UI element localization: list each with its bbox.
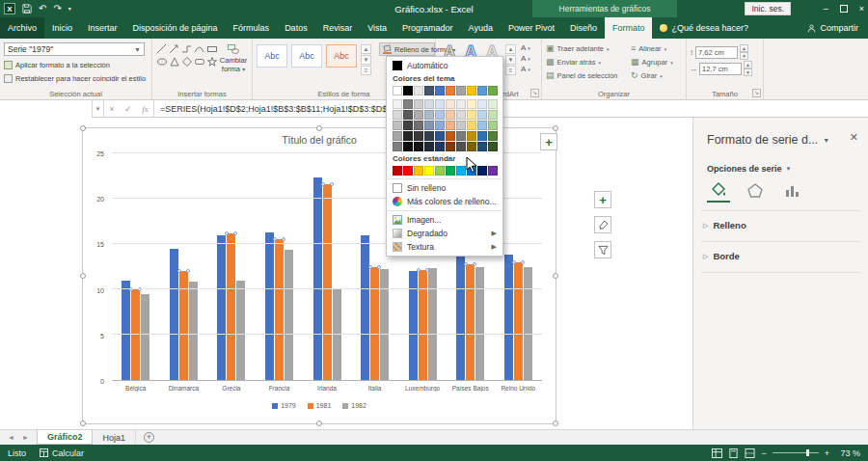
zoom-out-icon[interactable]: − (761, 448, 766, 458)
sheet-tab-grafico2[interactable]: Gráfico2 (37, 430, 94, 445)
relleno-section-header[interactable]: ▷ Relleno (703, 220, 746, 230)
name-box[interactable] (0, 100, 93, 118)
height-stepper[interactable]: ▲▼ (740, 44, 748, 60)
theme-color-swatch[interactable] (456, 99, 466, 109)
theme-color-swatch[interactable] (477, 131, 487, 141)
sign-in-button[interactable]: Inic. ses. (745, 2, 791, 15)
theme-color-swatch[interactable] (393, 110, 402, 120)
theme-color-swatch[interactable] (467, 131, 476, 141)
gallery-down-icon[interactable]: ▼ (505, 55, 516, 65)
theme-color-swatch[interactable] (393, 121, 402, 130)
standard-color-swatch[interactable] (403, 166, 413, 176)
tab-formulas[interactable]: Fórmulas (226, 17, 278, 39)
tab-vista[interactable]: Vista (360, 17, 394, 39)
bar-1982[interactable] (524, 267, 532, 381)
theme-color-swatch[interactable] (467, 121, 476, 130)
theme-color-swatch[interactable] (446, 110, 455, 120)
sheet-tab-hoja1[interactable]: Hoja1 (93, 430, 136, 445)
bar-1981[interactable] (323, 184, 332, 380)
theme-color-swatch[interactable] (488, 110, 498, 120)
shape-style-3[interactable]: Abc (326, 44, 357, 68)
triangle-shape-icon[interactable] (169, 56, 179, 67)
tab-archivo[interactable]: Archivo (0, 17, 44, 39)
text-fill-button[interactable]: A▾ (521, 43, 530, 52)
gallery-down-icon[interactable]: ▼ (361, 55, 371, 65)
tab-diseno[interactable]: Diseño (562, 17, 605, 39)
theme-color-swatch[interactable] (403, 110, 413, 120)
bar-1979[interactable] (313, 177, 322, 380)
theme-color-swatch[interactable] (424, 110, 434, 120)
menu-item-mas-colores[interactable]: Más colores de relleno... (387, 195, 502, 208)
bar-1981[interactable] (370, 267, 379, 380)
diamond-shape-icon[interactable] (181, 56, 192, 67)
theme-color-swatch[interactable] (467, 86, 476, 95)
standard-color-swatch[interactable] (477, 166, 487, 176)
series-options-dropdown[interactable]: Opciones de serie ▼ (707, 164, 792, 174)
sheet-nav-right-icon[interactable]: ► (22, 434, 29, 441)
bar-1981[interactable] (514, 262, 523, 380)
theme-color-swatch[interactable] (477, 110, 487, 120)
oval-shape-icon[interactable] (156, 56, 167, 67)
chart-styles-button[interactable] (594, 216, 611, 233)
rounded-rect-shape-icon[interactable] (194, 56, 204, 67)
theme-color-swatch[interactable] (446, 99, 455, 109)
close-icon[interactable]: × (859, 5, 864, 14)
theme-color-swatch[interactable] (456, 121, 466, 130)
theme-color-swatch[interactable] (435, 142, 445, 151)
elbow-connector-icon[interactable] (181, 43, 192, 54)
cambiar-forma-button[interactable]: Cambiar forma ▾ (216, 44, 251, 73)
bar-1982[interactable] (475, 267, 484, 381)
bar-1981[interactable] (131, 289, 140, 380)
chart-elements-button-2[interactable]: + (594, 191, 611, 208)
theme-color-swatch[interactable] (435, 121, 445, 130)
zoom-slider[interactable] (773, 452, 819, 453)
theme-color-swatch[interactable] (477, 142, 487, 151)
tab-datos[interactable]: Datos (277, 17, 315, 39)
height-input[interactable]: 7,62 cm (695, 46, 738, 59)
chart-legend[interactable]: 197919811982 (83, 402, 556, 409)
theme-color-swatch[interactable] (446, 142, 455, 151)
bar-1981[interactable] (227, 233, 235, 380)
theme-color-swatch[interactable] (488, 131, 498, 141)
bar-1982[interactable] (189, 282, 198, 380)
enter-icon[interactable]: ✓ (124, 104, 132, 114)
bar-1979[interactable] (170, 249, 178, 380)
tab-inicio[interactable]: Inicio (44, 17, 80, 39)
theme-color-swatch[interactable] (393, 86, 402, 95)
menu-item-textura[interactable]: Textura ▶ (387, 240, 502, 254)
zoom-in-icon[interactable]: + (825, 448, 829, 458)
page-break-view-icon[interactable] (745, 448, 755, 458)
theme-color-swatch[interactable] (403, 86, 413, 95)
chart-selection-handle[interactable] (316, 420, 322, 426)
bar-1982[interactable] (236, 281, 245, 380)
theme-color-swatch[interactable] (424, 131, 434, 141)
bar-1979[interactable] (504, 255, 513, 380)
theme-color-swatch[interactable] (414, 142, 423, 151)
add-sheet-icon[interactable]: + (144, 432, 154, 443)
theme-color-swatch[interactable] (414, 121, 423, 130)
tab-programador[interactable]: Programador (394, 17, 461, 39)
bar-1981[interactable] (275, 239, 284, 380)
theme-color-swatch[interactable] (424, 121, 434, 130)
theme-color-swatch[interactable] (424, 86, 434, 95)
legend-item[interactable]: 1981 (308, 402, 332, 409)
bar-1979[interactable] (456, 252, 465, 380)
bar-1982[interactable] (428, 268, 437, 380)
panel-de-seleccion-button[interactable]: ▤Panel de selección (546, 71, 617, 80)
theme-color-swatch[interactable] (488, 121, 498, 130)
bar-1981[interactable] (466, 264, 475, 380)
traer-adelante-button[interactable]: ▣Traer adelante▾ (546, 44, 610, 53)
standard-color-swatch[interactable] (456, 166, 466, 176)
menu-item-imagen[interactable]: Imagen... (387, 213, 502, 227)
chart-selection-handle[interactable] (553, 420, 558, 426)
shape-style-1[interactable]: Abc (257, 44, 287, 68)
tell-me-box[interactable]: ¿Qué desea hacer? (652, 17, 756, 39)
tab-formato[interactable]: Formato (605, 17, 653, 39)
theme-color-swatch[interactable] (403, 99, 413, 109)
insert-function-icon[interactable]: fx (142, 104, 149, 114)
sheet-nav-left-icon[interactable]: ◄ (8, 434, 14, 441)
maximize-icon[interactable] (840, 5, 848, 13)
theme-color-swatch[interactable] (424, 142, 434, 151)
bar-1982[interactable] (285, 250, 293, 380)
chart-selection-handle[interactable] (80, 125, 86, 131)
